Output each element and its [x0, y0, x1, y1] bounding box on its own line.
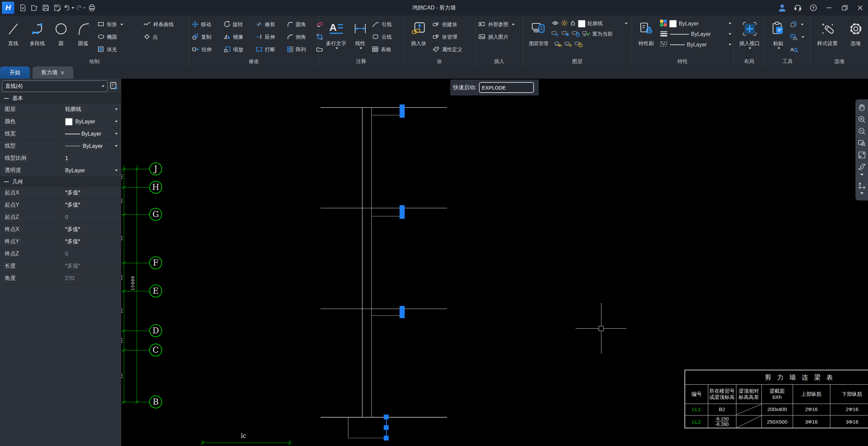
wall-line-left[interactable] — [362, 107, 363, 417]
rectangle-button[interactable]: 矩形 — [98, 18, 143, 31]
foundation-line-left[interactable] — [348, 418, 348, 438]
selected-beam-1[interactable] — [400, 104, 405, 118]
section-basic[interactable]: 基本 — [0, 93, 121, 103]
layer-off-icon[interactable] — [552, 31, 560, 38]
polyline-button[interactable]: 多段线 — [24, 17, 51, 58]
linear-dim-dropdown-caret[interactable] — [360, 47, 362, 51]
copy-button[interactable]: 复制 — [192, 34, 224, 41]
undo-dropdown-caret[interactable] — [72, 7, 74, 10]
grid-axis-line-E[interactable] — [121, 291, 150, 291]
starty-value[interactable]: *多值* — [62, 199, 121, 211]
circle-button[interactable]: 圆 — [51, 17, 71, 58]
layer-color-swatch[interactable] — [578, 20, 585, 27]
selection-type-dropdown[interactable]: 直线(4) — [2, 80, 108, 92]
endx-value[interactable]: *多值* — [62, 224, 121, 235]
drawing-canvas[interactable]: 快速启动: — [121, 79, 868, 446]
linear-dim-button[interactable]: 线性 — [351, 17, 370, 58]
floor-line-3[interactable] — [321, 309, 447, 309]
grid-bubble-B[interactable]: B — [149, 395, 162, 408]
lineweight-control[interactable]: ByLayer — [660, 29, 731, 39]
layer-thaw-yellow-icon[interactable] — [564, 41, 573, 48]
line-button[interactable]: 直线 — [3, 17, 24, 58]
selected-beam-2[interactable] — [400, 205, 405, 219]
point-button[interactable]: 点 — [143, 31, 187, 43]
grid-bubble-D[interactable]: D — [149, 324, 162, 337]
revcloud-button[interactable]: 云线 — [372, 31, 401, 43]
table-button[interactable]: 表格 — [372, 43, 401, 56]
cut-clip-caret[interactable] — [802, 36, 804, 39]
redo-button[interactable] — [75, 2, 86, 14]
account-button[interactable] — [774, 0, 790, 16]
save-button[interactable] — [40, 2, 52, 14]
copy-clip-caret[interactable] — [801, 24, 804, 27]
layer-value-dropdown[interactable]: 轮廓线 — [62, 103, 121, 115]
mtext-button[interactable]: A 多行文字 — [322, 17, 351, 58]
mtext-dropdown-caret[interactable] — [335, 47, 338, 51]
save-as-button[interactable] — [52, 2, 63, 14]
grid-bubble-H[interactable]: H — [149, 181, 162, 194]
ucs-axes-button[interactable] — [857, 180, 867, 191]
break-button[interactable]: 打断 — [256, 46, 287, 54]
grid-axis-line-G[interactable] — [121, 214, 150, 215]
rotate-button[interactable]: 旋转 — [224, 21, 256, 28]
beam-line-1[interactable] — [371, 115, 400, 115]
layer-on-yellow-icon[interactable] — [554, 41, 562, 48]
tab-close-icon[interactable] — [60, 71, 65, 75]
orbit-button[interactable] — [857, 161, 867, 172]
quick-select-button[interactable] — [109, 80, 120, 92]
startx-value[interactable]: *多值* — [62, 187, 121, 199]
ellipse-button[interactable]: 椭圆 — [98, 31, 143, 43]
grid-axis-line-D[interactable] — [121, 331, 150, 331]
grid-bubble-J[interactable]: J — [149, 162, 162, 175]
paste-button[interactable]: 粘贴 — [768, 17, 789, 58]
orbit-dropdown-caret[interactable] — [860, 174, 864, 177]
insert-block-button[interactable]: 插入块 — [406, 17, 431, 58]
extend-button[interactable]: 延伸 — [256, 34, 287, 41]
floor-line-2[interactable] — [321, 208, 447, 208]
hatch-button[interactable]: 填充 — [98, 43, 143, 56]
grid-axis-line-H[interactable] — [121, 187, 150, 188]
layer-unlock-yellow-icon[interactable] — [575, 41, 583, 48]
insert-image-button[interactable]: 插入图片 — [478, 31, 521, 43]
foundation-line-bottom[interactable] — [348, 438, 384, 438]
linetype-dropdown-caret[interactable] — [729, 44, 731, 47]
color-dropdown-caret[interactable] — [729, 23, 731, 26]
beam-line-2[interactable] — [371, 216, 400, 216]
grid-axis-line-J[interactable] — [121, 169, 150, 169]
wall-line-right[interactable] — [371, 107, 372, 417]
grid-dim-line-2[interactable] — [137, 165, 137, 403]
endy-value[interactable]: *多值* — [62, 236, 121, 248]
insert-viewport-button[interactable]: 插入视口 — [735, 17, 764, 58]
redo-dropdown-caret[interactable] — [83, 7, 86, 10]
grip-point-1[interactable] — [384, 414, 389, 420]
style-settings-button[interactable]: 样式设置 — [813, 17, 842, 58]
move-button[interactable]: 移动 — [192, 21, 224, 28]
grid-axis-line-C[interactable] — [121, 350, 150, 350]
fillet-button[interactable]: 圆角 — [287, 21, 316, 28]
scale-button[interactable]: 缩放 — [224, 46, 256, 54]
xref-dropdown-caret[interactable] — [512, 24, 515, 27]
block-manage-button[interactable]: 块管理 — [432, 31, 472, 43]
copy-clip-button[interactable] — [790, 18, 808, 31]
help-button[interactable]: ? — [806, 0, 821, 16]
minimize-button[interactable] — [821, 0, 837, 16]
grid-bubble-C[interactable]: C — [149, 344, 162, 356]
close-button[interactable] — [852, 0, 868, 16]
layer-unlock-icon[interactable] — [570, 20, 576, 27]
linetype-value-dropdown[interactable]: ByLayer — [62, 140, 121, 152]
tab-drawing[interactable]: 剪力墙 — [33, 66, 73, 79]
grid-dim-line-1[interactable] — [124, 165, 124, 403]
linetype-control[interactable]: ByLayer — [660, 39, 731, 50]
open-file-button[interactable] — [28, 2, 40, 14]
chamfer-button[interactable]: 倒角 — [287, 34, 316, 41]
zoom-window-button[interactable] — [857, 138, 867, 149]
tab-start[interactable]: 开始 — [0, 66, 30, 79]
layer-visibility-icon[interactable] — [552, 20, 559, 27]
cut-clip-button[interactable] — [790, 31, 808, 43]
zoom-out-button[interactable] — [857, 126, 867, 137]
options-button[interactable]: 选项 — [845, 17, 866, 58]
arc-button[interactable]: 圆弧 — [71, 17, 95, 58]
section-geometry[interactable]: 几何 — [0, 177, 121, 187]
floor-line-top[interactable] — [321, 107, 447, 108]
print-button[interactable] — [86, 2, 98, 14]
